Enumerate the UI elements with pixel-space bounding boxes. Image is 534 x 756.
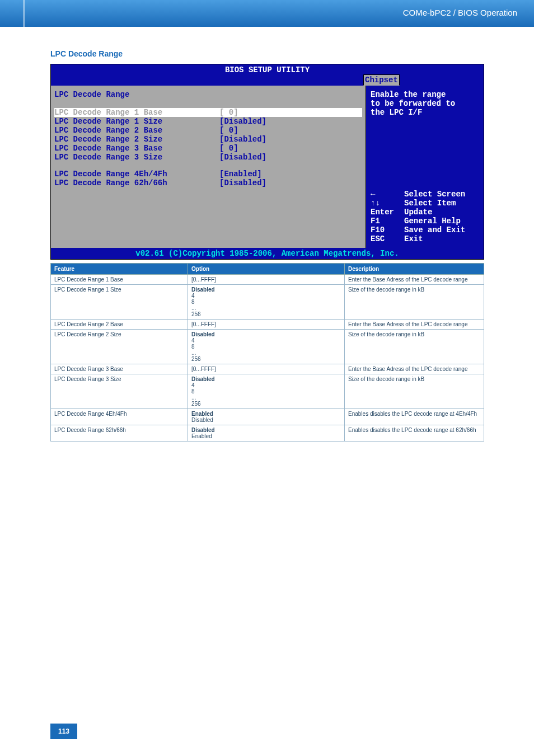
table-row: LPC Decode Range 3 SizeDisabled48...256S…: [51, 374, 484, 409]
header-title: COMe-bPC2 / BIOS Operation: [403, 8, 517, 17]
bios-right-panel: Enable the range to be forwarded to the …: [366, 86, 484, 248]
bios-tab-row: Chipset: [51, 76, 484, 86]
help-key: ↑↓: [371, 199, 404, 208]
bios-item-value: [Disabled]: [219, 117, 266, 126]
table-row: LPC Decode Range 62h/66hDisabledEnabledE…: [51, 425, 484, 442]
table-row: LPC Decode Range 1 Base[0...FFFF]Enter t…: [51, 275, 484, 285]
cell-option: DisabledEnabled: [188, 425, 345, 442]
bios-hint-line: to be forwarded to: [371, 99, 479, 108]
bios-hint-line: the LPC I/F: [371, 108, 479, 117]
help-key: ←: [371, 190, 404, 199]
cell-option: Disabled48...256: [188, 285, 345, 320]
bios-item-label: LPC Decode Range 62h/66h: [54, 179, 219, 187]
cell-feature: LPC Decode Range 1 Size: [51, 285, 188, 320]
cell-description: Enter the Base Adress of the LPC decode …: [345, 364, 484, 374]
cell-feature: LPC Decode Range 62h/66h: [51, 425, 188, 442]
bios-item-value: [ 0]: [219, 144, 238, 153]
bios-item-label: LPC Decode Range 2 Size: [54, 135, 219, 144]
help-label: Exit: [404, 234, 423, 243]
bios-title: BIOS SETUP UTILITY: [225, 65, 310, 74]
bios-item-label: LPC Decode Range 3 Base: [54, 144, 219, 153]
bios-panel-title: LPC Decode Range: [54, 90, 362, 99]
cell-description: Size of the decode range in kB: [345, 374, 484, 409]
bios-item[interactable]: LPC Decode Range 2 Size [Disabled]: [54, 135, 362, 144]
bios-footer: v02.61 (C)Copyright 1985-2006, American …: [51, 248, 484, 259]
bios-item-value: [ 0]: [219, 126, 238, 135]
bios-item-value: [Disabled]: [219, 135, 266, 144]
cell-feature: LPC Decode Range 3 Base: [51, 364, 188, 374]
bios-help-legend: ←Select Screen ↑↓Select Item EnterUpdate…: [371, 190, 479, 243]
bios-item[interactable]: LPC Decode Range 3 Size [Disabled]: [54, 153, 362, 162]
cell-option: Disabled48...256: [188, 330, 345, 364]
bios-item[interactable]: LPC Decode Range 2 Base [ 0]: [54, 126, 362, 135]
cell-feature: LPC Decode Range 3 Size: [51, 374, 188, 409]
bios-item[interactable]: LPC Decode Range 1 Size [Disabled]: [54, 117, 362, 126]
cell-description: Enter the Base Adress of the LPC decode …: [345, 275, 484, 285]
cell-option: [0...FFFF]: [188, 320, 345, 330]
help-key: Enter: [371, 208, 404, 217]
help-key: F1: [371, 217, 404, 226]
cell-description: Size of the decode range in kB: [345, 285, 484, 320]
bios-item-value: [Enabled]: [219, 170, 262, 179]
bios-tab-chipset[interactable]: Chipset: [363, 74, 400, 86]
th-option: Option: [188, 264, 345, 275]
bios-item-value: [Disabled]: [219, 179, 266, 187]
table-row: LPC Decode Range 4Eh/4FhEnabledDisabledE…: [51, 409, 484, 425]
page-header: COMe-bPC2 / BIOS Operation: [0, 0, 534, 27]
bios-item[interactable]: LPC Decode Range 1 Base [ 0]: [54, 108, 362, 117]
cell-feature: LPC Decode Range 4Eh/4Fh: [51, 409, 188, 425]
th-feature: Feature: [51, 264, 188, 275]
help-label: General Help: [404, 217, 461, 226]
table-row: LPC Decode Range 1 SizeDisabled48...256S…: [51, 285, 484, 320]
bios-item[interactable]: LPC Decode Range 62h/66h [Disabled]: [54, 179, 362, 187]
cell-option: EnabledDisabled: [188, 409, 345, 425]
bios-item-label: LPC Decode Range 1 Base: [54, 108, 219, 117]
cell-description: Size of the decode range in kB: [345, 330, 484, 364]
bios-item-value: [Disabled]: [219, 153, 266, 162]
cell-description: Enables disables the LPC decode range at…: [345, 425, 484, 442]
bios-hint-line: Enable the range: [371, 90, 479, 99]
help-key: F10: [371, 226, 404, 234]
bios-item[interactable]: LPC Decode Range 3 Base [ 0]: [54, 144, 362, 153]
cell-feature: LPC Decode Range 2 Base: [51, 320, 188, 330]
bios-item[interactable]: LPC Decode Range 4Eh/4Fh [Enabled]: [54, 170, 362, 179]
table-row: LPC Decode Range 2 Base[0...FFFF]Enter t…: [51, 320, 484, 330]
cell-option: Disabled48...256: [188, 374, 345, 409]
header-divider: [23, 0, 25, 27]
cell-description: Enables disables the LPC decode range at…: [345, 409, 484, 425]
section-title: LPC Decode Range: [50, 49, 484, 58]
bios-item-value: [ 0]: [219, 108, 238, 117]
cell-description: Enter the Base Adress of the LPC decode …: [345, 320, 484, 330]
bios-title-bar: BIOS SETUP UTILITY: [51, 64, 484, 76]
th-description: Description: [345, 264, 484, 275]
bios-item-label: LPC Decode Range 3 Size: [54, 153, 219, 162]
options-table: Feature Option Description LPC Decode Ra…: [50, 263, 484, 442]
help-label: Select Item: [404, 199, 456, 208]
help-label: Save and Exit: [404, 226, 465, 234]
cell-feature: LPC Decode Range 2 Size: [51, 330, 188, 364]
bios-item-label: LPC Decode Range 2 Base: [54, 126, 219, 135]
bios-screenshot: BIOS SETUP UTILITY Chipset LPC Decode Ra…: [50, 64, 484, 260]
table-row: LPC Decode Range 2 SizeDisabled48...256S…: [51, 330, 484, 364]
help-label: Select Screen: [404, 190, 465, 199]
cell-option: [0...FFFF]: [188, 275, 345, 285]
bios-left-panel: LPC Decode Range LPC Decode Range 1 Base…: [51, 86, 366, 248]
cell-option: [0...FFFF]: [188, 364, 345, 374]
table-row: LPC Decode Range 3 Base[0...FFFF]Enter t…: [51, 364, 484, 374]
page-content: LPC Decode Range BIOS SETUP UTILITY Chip…: [0, 27, 534, 442]
bios-item-label: LPC Decode Range 1 Size: [54, 117, 219, 126]
bios-item-label: LPC Decode Range 4Eh/4Fh: [54, 170, 219, 179]
page-number: 113: [50, 724, 77, 739]
help-label: Update: [404, 208, 432, 217]
help-key: ESC: [371, 234, 404, 243]
cell-feature: LPC Decode Range 1 Base: [51, 275, 188, 285]
